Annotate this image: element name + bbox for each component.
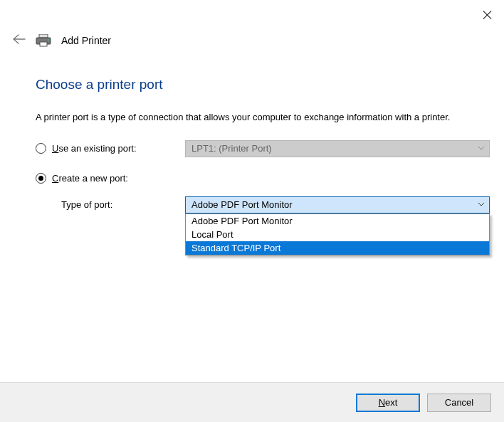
existing-port-value: LPT1: (Printer Port): [191, 143, 272, 154]
back-arrow-icon[interactable]: [13, 34, 26, 47]
wizard-header: Add Printer: [13, 34, 491, 47]
printer-icon: [36, 34, 51, 47]
svg-rect-0: [39, 34, 48, 38]
page-description: A printer port is a type of connection t…: [36, 111, 490, 125]
radio-create-port[interactable]: [36, 173, 46, 184]
next-button[interactable]: Next: [356, 394, 420, 412]
type-of-port-dropdown[interactable]: Adobe PDF Port MonitorLocal PortStandard…: [185, 213, 490, 255]
svg-point-3: [48, 39, 49, 41]
chevron-down-icon[interactable]: [478, 202, 485, 206]
content-area: Choose a printer port A printer port is …: [36, 77, 490, 229]
dropdown-option[interactable]: Adobe PDF Port Monitor: [186, 214, 489, 228]
type-of-port-combobox[interactable]: Adobe PDF Port Monitor: [185, 196, 490, 213]
type-of-port-row: Type of port: Adobe PDF Port Monitor Ado…: [36, 196, 490, 213]
chevron-down-icon: [478, 146, 485, 150]
cancel-button[interactable]: Cancel: [427, 394, 491, 412]
svg-rect-2: [40, 42, 47, 46]
radio-create-port-label: Create a new port:: [52, 173, 128, 184]
type-of-port-combo[interactable]: Adobe PDF Port Monitor Adobe PDF Port Mo…: [185, 196, 490, 213]
option-existing-port-row: Use an existing port: LPT1: (Printer Por…: [36, 140, 490, 157]
dropdown-option[interactable]: Local Port: [186, 228, 489, 241]
wizard-title: Add Printer: [61, 35, 111, 46]
wizard-footer: Next Cancel: [0, 383, 504, 422]
radio-existing-port-label: Use an existing port:: [52, 143, 137, 154]
type-of-port-label: Type of port:: [36, 199, 185, 210]
existing-port-select: LPT1: (Printer Port): [185, 140, 490, 157]
option-create-port-row: Create a new port:: [36, 173, 490, 184]
radio-existing-port[interactable]: [36, 143, 46, 154]
page-heading: Choose a printer port: [36, 77, 490, 93]
type-of-port-value: Adobe PDF Port Monitor: [191, 199, 293, 210]
close-button[interactable]: [482, 9, 493, 21]
dropdown-option[interactable]: Standard TCP/IP Port: [186, 241, 489, 255]
